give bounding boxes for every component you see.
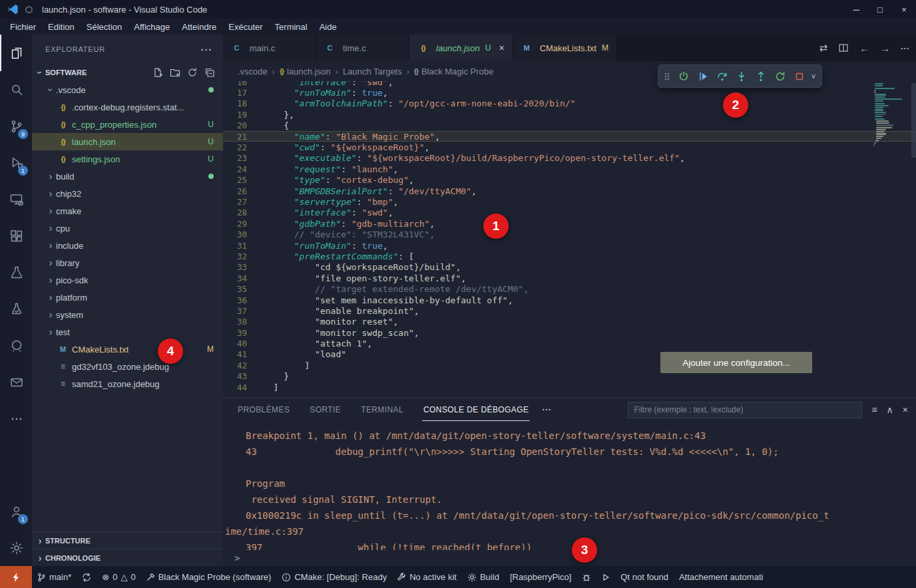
build-button[interactable]: Build [462,566,505,588]
editor-more-icon[interactable]: ··· [901,43,909,53]
code-line[interactable]: 19}, [223,109,916,120]
continue-button[interactable] [694,67,712,85]
code-line[interactable]: 30// "device": "STM32L431VC", [223,229,916,239]
tree-file[interactable]: {}c_cpp_properties.jsonU [32,116,223,133]
activity-source-control[interactable]: 9 [0,108,32,144]
code-line[interactable]: 37"enable breakpoint", [223,305,916,316]
code-line[interactable]: 21"name": "Black Magic Probe", [223,131,916,142]
tree-folder[interactable]: ›.vscode [32,81,223,98]
menu-item[interactable]: Affichage [128,21,176,33]
tree-folder[interactable]: ›include [32,237,223,254]
maximize-button[interactable]: □ [868,0,892,19]
new-file-icon[interactable] [152,67,163,78]
code-line[interactable]: 20{ [223,120,916,131]
code-line[interactable]: 43} [223,371,916,382]
collapse-all-icon[interactable] [204,67,215,78]
activity-test-explorer[interactable] [0,291,32,327]
menu-item[interactable]: Exécuter [222,21,268,33]
activity-extensions[interactable] [0,218,32,254]
tree-file[interactable]: {}launch.jsonU [32,133,223,150]
code-line[interactable]: 25"type": "cortex-debug", [223,175,916,186]
tree-file[interactable]: {}settings.jsonU [32,150,223,168]
code-line[interactable]: 31"runToMain": true, [223,240,916,251]
code-editor[interactable]: 16"interface": "swd",17"runToMain": true… [223,81,916,398]
code-line[interactable]: 23"executable": "${workspaceRoot}/build/… [223,153,916,164]
editor-tab[interactable]: MCMakeLists.txtM [513,35,617,61]
stop-button[interactable] [790,67,808,85]
console-repl-input[interactable]: > [223,550,916,566]
explorer-more-icon[interactable]: ··· [201,44,212,55]
activity-run-debug[interactable]: 1 [0,144,32,181]
breadcrumb-item[interactable]: .vscode [238,67,268,76]
code-line[interactable]: 39"monitor swdp_scan", [223,327,916,338]
code-line[interactable]: 32"preRestartCommands": [ [223,251,916,261]
panel-tab[interactable]: TERMINAL [359,398,405,421]
code-line[interactable]: 44] [223,382,916,392]
tree-file[interactable]: ≡gd32vf103_ozone.jdebug [32,358,223,375]
minimap[interactable] [872,83,909,146]
add-configuration-button[interactable]: Ajouter une configuration... [660,352,812,373]
debug-status[interactable] [576,566,596,588]
step-into-button[interactable] [732,67,750,85]
activity-remote-explorer[interactable] [0,181,32,218]
menu-item[interactable]: Edition [42,21,81,33]
tree-file[interactable]: ≡samd21_ozone.jdebug [32,375,223,392]
code-line[interactable]: 35// "target extended-remote /dev/ttyACM… [223,283,916,294]
activity-testing[interactable] [0,254,32,291]
code-line[interactable]: 24"request": "launch", [223,164,916,174]
tree-folder[interactable]: ›cpu [32,220,223,237]
tree-folder[interactable]: ›chip32 [32,185,223,202]
close-button[interactable]: × [892,0,916,19]
close-tab-icon[interactable]: × [499,43,504,53]
code-line[interactable]: 18"armToolchainPath": "/opt/gcc-arm-none… [223,98,916,109]
code-line[interactable]: 28"interface": "swd", [223,208,916,218]
build-target[interactable]: [RaspberryPico] [505,566,576,588]
step-over-button[interactable] [713,67,731,85]
code-line[interactable]: 36"set mem inaccessible-by-default off", [223,295,916,305]
activity-mail[interactable] [0,364,32,400]
activity-settings[interactable] [0,529,32,566]
step-out-button[interactable] [752,67,770,85]
console-filter-input[interactable] [628,402,862,418]
drag-handle-icon[interactable] [664,71,670,82]
code-line[interactable]: 27"servertype": "bmp", [223,196,916,207]
editor-scrollbar[interactable] [911,83,916,158]
panel-more-icon[interactable]: ··· [542,404,551,415]
minimize-button[interactable]: ─ [844,0,868,19]
launch-config-status[interactable]: Black Magic Probe (software) [141,566,277,588]
code-line[interactable]: 26"BMPGDBSerialPort": "/dev/ttyACM0", [223,186,916,196]
collapse-lines-icon[interactable]: ≡ [871,404,877,415]
code-line[interactable]: 22"cwd": "${workspaceRoot}", [223,142,916,152]
breadcrumb-item[interactable]: Launch Targets [343,67,402,76]
new-folder-icon[interactable] [170,67,180,78]
menu-item[interactable]: Fichier [4,21,42,33]
tree-folder[interactable]: ›system [32,306,223,323]
activity-search[interactable] [0,71,32,108]
editor-tab[interactable]: {}launch.jsonU× [409,35,513,61]
tree-folder[interactable]: ›pico-sdk [32,271,223,289]
activity-more[interactable] [0,400,32,437]
menu-item[interactable]: Aide [314,21,343,33]
section-software[interactable]: › SOFTWARE [32,64,223,81]
menu-item[interactable]: Terminal [269,21,314,33]
code-line[interactable]: 38"monitor reset", [223,317,916,327]
tree-folder[interactable]: ›platform [32,289,223,306]
editor-tab[interactable]: Cmain.c [223,35,316,61]
compare-icon[interactable]: ⇄ [819,42,827,54]
code-line[interactable]: 33"cd ${workspaceRoot}/build", [223,262,916,273]
section-structure[interactable]: ›STRUCTURE [32,531,223,549]
tree-folder[interactable]: ›build [32,168,223,185]
editor-tab[interactable]: Ctime.c [316,35,409,61]
restart-button[interactable] [771,67,789,85]
panel-tab[interactable]: CONSOLE DE DÉBOGAGE [422,398,530,421]
split-editor-icon[interactable] [838,43,849,53]
close-panel-icon[interactable]: × [903,404,908,415]
refresh-icon[interactable] [187,67,198,78]
attach-status[interactable]: Attachement automati [674,566,768,588]
kit-status[interactable]: No active kit [392,566,462,588]
breadcrumb-item[interactable]: {}Black Magic Probe [414,67,493,76]
tree-file[interactable]: {}.cortex-debug.registers.stat... [32,98,223,116]
code-line[interactable]: 29"gdbPath": "gdb-multiarch", [223,218,916,229]
run-status[interactable] [596,566,615,588]
menu-item[interactable]: Atteindre [176,21,222,33]
